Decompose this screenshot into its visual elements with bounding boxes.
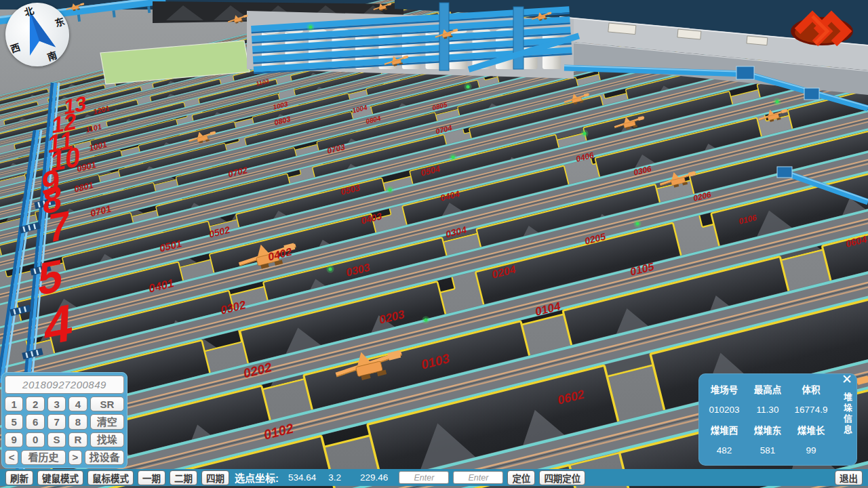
keypad-button-看历史[interactable]: 看历史 [21, 450, 65, 465]
keypad-button-9[interactable]: 9 [5, 432, 23, 447]
status-dot [424, 318, 427, 321]
phase-4-locate-button[interactable]: 四期定位 [539, 470, 585, 485]
keypad-button-7[interactable]: 7 [47, 414, 66, 429]
info-value-yard-number: 010203 [703, 399, 746, 420]
pile-info-grid: 堆场号 最高点 体积 010203 11.30 16774.9 煤堆西 煤堆东 … [703, 379, 833, 460]
keypad-button-清空[interactable]: 清空 [90, 414, 124, 429]
company-logo-icon [789, 5, 854, 53]
keypad-button-3[interactable]: 3 [47, 396, 66, 411]
phase-2-button[interactable]: 二期 [170, 470, 197, 485]
picked-point-coords-label: 选点坐标: [235, 470, 279, 485]
info-value-length: 99 [789, 440, 833, 460]
conveyor-transfer-station [777, 167, 792, 178]
keypad-button-找设备[interactable]: 找设备 [85, 450, 124, 465]
info-header: 体积 [789, 379, 833, 399]
status-dot [388, 188, 391, 191]
status-dot [775, 100, 778, 103]
coord-input-1[interactable] [399, 471, 449, 484]
status-dot [466, 85, 469, 88]
mouse-mode-button[interactable]: 鼠标模式 [87, 470, 134, 485]
timestamp-field[interactable]: 20180927200849 [5, 375, 124, 394]
phase-4-button[interactable]: 四期 [201, 470, 229, 485]
coal-yard-3d-app: 1201110110010901080107011103100310040805… [0, 0, 868, 488]
keypad-button->[interactable]: > [68, 450, 82, 465]
keypad-button-2[interactable]: 2 [26, 396, 44, 411]
keypad-row: 90SR找垛 [5, 432, 124, 447]
keypad-button-R[interactable]: R [68, 432, 87, 447]
refresh-button[interactable]: 刷新 [5, 470, 33, 485]
status-dot [451, 155, 454, 159]
info-header: 煤堆长 [789, 420, 833, 440]
coord-x-value: 534.64 [288, 472, 316, 483]
info-header: 堆场号 [703, 379, 746, 399]
keypad-button-<[interactable]: < [5, 450, 18, 465]
conveyor-transfer-station [736, 66, 754, 79]
conveyor-tower [513, 7, 524, 69]
bottom-toolbar: 刷新 键鼠模式 鼠标模式 一期 二期 四期 选点坐标: 534.64 3.2 2… [0, 469, 868, 486]
status-dot [583, 131, 586, 135]
coord-input-2[interactable] [453, 471, 503, 484]
keypad-row: 1234SR [5, 396, 124, 411]
keypad-panel: 20180927200849 1234SR 5678清空 90SR找垛 <看历史… [1, 372, 127, 468]
info-value-volume: 16774.9 [789, 399, 833, 420]
keypad-button-S[interactable]: S [47, 432, 66, 447]
status-dot [635, 222, 639, 225]
close-icon[interactable]: ✕ [842, 373, 852, 386]
keyboard-mouse-mode-button[interactable]: 键鼠模式 [37, 470, 83, 485]
keypad-button-找垛[interactable]: 找垛 [90, 432, 124, 447]
keypad-button-0[interactable]: 0 [26, 432, 44, 447]
row-number-label: 7 [47, 202, 71, 251]
keypad-button-5[interactable]: 5 [5, 414, 23, 429]
keypad-button-8[interactable]: 8 [68, 414, 87, 429]
exit-button[interactable]: 退出 [835, 470, 863, 485]
locate-button[interactable]: 定位 [507, 470, 535, 485]
info-header: 煤堆西 [703, 420, 746, 440]
status-dot [309, 25, 312, 28]
pile-info-side-label: 堆垛信息 [841, 392, 854, 462]
keypad-row: <看历史>找设备 [5, 450, 124, 465]
keypad-button-SR[interactable]: SR [90, 396, 124, 411]
row-number-label: 4 [43, 292, 74, 357]
phase-1-button[interactable]: 一期 [138, 470, 165, 485]
pile-info-panel: 堆场号 最高点 体积 010203 11.30 16774.9 煤堆西 煤堆东 … [698, 373, 857, 466]
info-header: 煤堆东 [746, 420, 789, 440]
info-value-east: 581 [746, 440, 789, 460]
wharf-building [677, 29, 701, 39]
keypad-button-1[interactable]: 1 [5, 396, 23, 411]
info-value-highest-point: 11.30 [746, 399, 789, 420]
info-value-west: 482 [703, 440, 746, 460]
conveyor-transfer-station [804, 88, 819, 100]
keypad-button-6[interactable]: 6 [26, 414, 44, 429]
info-header: 最高点 [746, 379, 789, 399]
coord-z-value: 229.46 [360, 472, 388, 483]
wharf-building [747, 36, 768, 45]
coord-y-value: 3.2 [328, 472, 341, 483]
status-dot [328, 267, 332, 270]
keypad-button-4[interactable]: 4 [68, 396, 87, 411]
keypad-row: 5678清空 [5, 414, 124, 429]
